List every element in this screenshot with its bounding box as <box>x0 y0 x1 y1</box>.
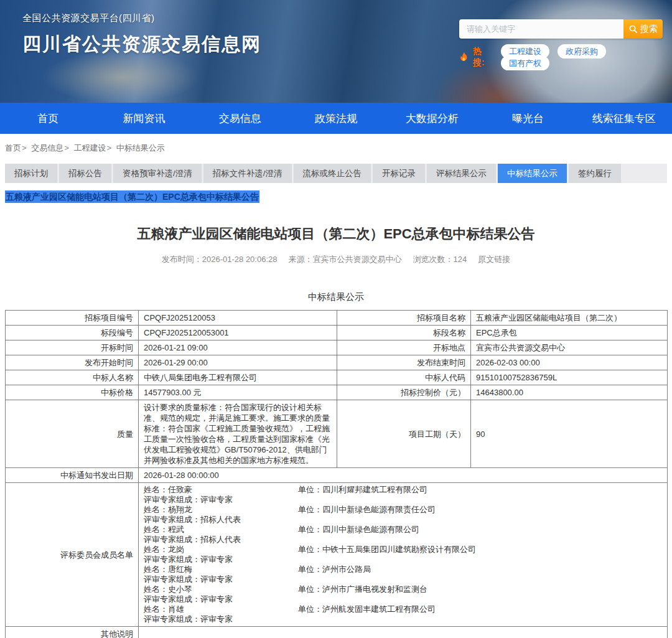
tab-2[interactable]: 招标公告 <box>59 164 111 183</box>
tab-9[interactable]: 签约履行 <box>569 164 621 183</box>
member-role: 评审专家组成：评审专家 <box>144 614 298 624</box>
nav-item-1[interactable]: 首页 <box>0 103 96 134</box>
member-line-1: 姓名：杨翔龙单位：四川中新绿色能源有限责任公司 <box>144 505 662 515</box>
field-value: EPC总承包 <box>471 326 668 340</box>
table-row: 其他说明 <box>6 627 668 638</box>
nav-item-3[interactable]: 交易信息 <box>192 103 288 134</box>
field-label: 中标人名称 <box>6 370 139 385</box>
member-name: 姓名：史小琴 <box>144 584 298 594</box>
committee-members-cell: 姓名：任致豪单位：四川利耀邦建筑工程有限公司评审专家组成：评审专家姓名：杨翔龙单… <box>139 483 668 627</box>
table-row: 招标项目编号CPQFJ2025120053招标项目名称五粮液产业园区储能电站项目… <box>6 311 668 326</box>
nav-item-5[interactable]: 大数据分析 <box>384 103 480 134</box>
field-label: 招标项目编号 <box>6 311 139 326</box>
table-row: 中标价格14577903.00 元招标控制价（元）14643800.00 <box>6 385 668 400</box>
field-value: 14643800.00 <box>471 385 668 400</box>
table-row: 中标人名称中铁八局集团电务工程有限公司中标人代码9151010075283675… <box>6 370 668 385</box>
nav-item-2[interactable]: 新闻资讯 <box>96 103 192 134</box>
member-role: 评审专家组成：评审专家 <box>144 594 298 604</box>
field-label: 项目工期（天） <box>337 400 471 468</box>
article-meta: 发布时间：2026-01-28 20:06:28来源：宜宾市公共资源交易中心浏览… <box>0 254 672 265</box>
member-line-2: 评审专家组成：招标人代表 <box>144 535 662 545</box>
field-value: 中铁八局集团电务工程有限公司 <box>139 370 337 385</box>
member-name: 姓名：龙岗 <box>144 545 298 555</box>
breadcrumb-item-2[interactable]: 交易信息 <box>31 143 63 152</box>
breadcrumb: 首页> 交易信息> 工程建设> 中标结果公示 <box>0 134 672 159</box>
breadcrumb-item-4[interactable]: 中标结果公示 <box>116 143 165 152</box>
breadcrumb-item-1[interactable]: 首页 <box>5 143 21 152</box>
member-line-2: 评审专家组成：评审专家 <box>144 594 662 604</box>
member-name: 姓名：杨翔龙 <box>144 505 298 515</box>
tab-3[interactable]: 资格预审补遗/澄清 <box>113 164 202 183</box>
breadcrumb-separator: > <box>22 143 29 152</box>
site-title: 四川省公共资源交易信息网 <box>22 32 261 57</box>
nav-item-7[interactable]: 线索征集专区 <box>576 103 672 134</box>
search-button[interactable]: 搜索 <box>623 19 663 39</box>
member-unit: 单位：泸州市公路局 <box>298 565 371 575</box>
field-label: 质量 <box>6 400 139 468</box>
meta-segment-3: 浏览次数：124 <box>413 255 467 264</box>
field-label: 中标价格 <box>6 385 139 400</box>
field-value: 2026-01-28 00:00:00 <box>139 468 668 483</box>
member-line-2: 评审专家组成：评审专家 <box>144 614 662 624</box>
member-line-2: 评审专家组成：评审专家 <box>144 495 662 505</box>
header-search-area: 搜索 热搜: 工程建设政府采购国有产权 <box>459 19 663 69</box>
member-line-1: 姓名：程武单位：四川中新绿色能源有限公司 <box>144 525 662 535</box>
table-row: 标段编号CPQFJ2025120053001标段名称EPC总承包 <box>6 326 668 340</box>
tab-5[interactable]: 流标或终止公告 <box>294 164 371 183</box>
platform-name: 全国公共资源交易平台(四川省) <box>22 12 261 24</box>
member-unit: 单位：泸州市广播电视发射和监测台 <box>298 584 427 594</box>
field-value: 2026-01-21 09:00 <box>139 340 337 355</box>
search-icon <box>628 24 638 34</box>
field-label: 开标时间 <box>6 340 139 355</box>
committee-member-2: 姓名：杨翔龙单位：四川中新绿色能源有限责任公司评审专家组成：招标人代表 <box>144 505 662 525</box>
meta-segment-4[interactable]: 原文链接 <box>478 255 510 264</box>
member-unit: 单位：四川中新绿色能源有限公司 <box>298 525 419 535</box>
field-label: 开标地点 <box>337 340 471 355</box>
member-role: 评审专家组成：招标人代表 <box>144 535 298 545</box>
committee-member-1: 姓名：任致豪单位：四川利耀邦建筑工程有限公司评审专家组成：评审专家 <box>144 485 662 505</box>
nav-item-6[interactable]: 曝光台 <box>480 103 576 134</box>
hot-tag-3[interactable]: 国有产权 <box>501 56 549 70</box>
table-row: 开标时间2026-01-21 09:00开标地点宜宾市公共资源交易中心 <box>6 340 668 355</box>
field-label: 中标人代码 <box>337 370 471 385</box>
nav-item-4[interactable]: 政策法规 <box>288 103 384 134</box>
member-role: 评审专家组成：评审专家 <box>144 555 298 565</box>
flame-icon <box>459 52 469 63</box>
field-value: 14577903.00 元 <box>139 385 337 400</box>
tab-1[interactable]: 招标计划 <box>5 164 57 183</box>
search-bar: 搜索 <box>459 19 663 39</box>
tab-4[interactable]: 招标文件补遗/澄清 <box>203 164 292 183</box>
hot-tag-2[interactable]: 政府采购 <box>558 44 606 59</box>
breadcrumb-separator: > <box>106 143 113 152</box>
field-label: 中标通知书发出日期 <box>6 468 139 483</box>
field-value: 五粮液产业园区储能电站项目（第二次） <box>471 311 668 326</box>
result-table: 招标项目编号CPQFJ2025120053招标项目名称五粮液产业园区储能电站项目… <box>5 310 668 638</box>
announcement-link[interactable]: 五粮液产业园区储能电站项目（第二次）EPC总承包中标结果公告 <box>5 190 259 203</box>
member-line-2: 评审专家组成：评审专家 <box>144 575 662 584</box>
tab-6[interactable]: 开标记录 <box>373 164 425 183</box>
field-label: 标段编号 <box>6 326 139 340</box>
member-unit: 单位：中铁十五局集团四川建筑勘察设计有限公司 <box>298 545 476 555</box>
member-name: 姓名：肖雄 <box>144 604 298 614</box>
member-role: 评审专家组成：评审专家 <box>144 495 298 505</box>
table-row: 中标通知书发出日期2026-01-28 00:00:00 <box>6 468 668 483</box>
tab-7[interactable]: 评标结果公示 <box>427 164 496 183</box>
member-line-2: 评审专家组成：评审专家 <box>144 555 662 565</box>
member-unit: 单位：四川中新绿色能源有限责任公司 <box>298 505 436 515</box>
field-value: 宜宾市公共资源交易中心 <box>471 340 668 355</box>
member-line-1: 姓名：史小琴单位：泸州市广播电视发射和监测台 <box>144 584 662 594</box>
field-value: 91510100752836759L <box>471 370 668 385</box>
member-unit: 单位：四川利耀邦建筑工程有限公司 <box>298 485 427 495</box>
breadcrumb-item-3[interactable]: 工程建设 <box>73 143 106 152</box>
main-nav: 首页新闻资讯交易信息政策法规大数据分析曝光台线索征集专区 <box>0 103 672 134</box>
member-name: 姓名：程武 <box>144 525 298 535</box>
search-input[interactable] <box>459 19 623 39</box>
tab-strip: 招标计划招标公告资格预审补遗/澄清招标文件补遗/澄清流标或终止公告开标记录评标结… <box>5 164 667 183</box>
site-header: 全国公共资源交易平台(四川省) 四川省公共资源交易信息网 搜索 热搜: 工程建设… <box>0 0 672 103</box>
table-row: 发布开始时间2026-01-29 00:00发布结束时间2026-02-03 0… <box>6 355 668 370</box>
member-role: 评审专家组成：招标人代表 <box>144 515 298 525</box>
committee-member-3: 姓名：程武单位：四川中新绿色能源有限公司评审专家组成：招标人代表 <box>144 525 662 545</box>
committee-member-6: 姓名：史小琴单位：泸州市广播电视发射和监测台评审专家组成：评审专家 <box>144 584 662 604</box>
committee-member-7: 姓名：肖雄单位：泸州航发固丰建筑工程有限公司评审专家组成：评审专家 <box>144 604 662 624</box>
tab-8[interactable]: 中标结果公示 <box>498 164 567 183</box>
